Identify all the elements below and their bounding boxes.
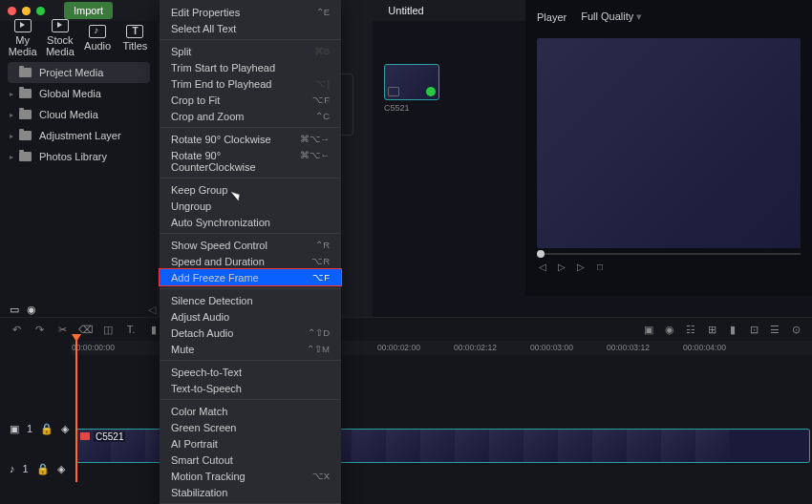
player-progress[interactable] — [537, 253, 801, 255]
sidebar-item-cloud-media[interactable]: Cloud Media — [0, 104, 158, 125]
sidebar-item-global-media[interactable]: Global Media — [0, 83, 158, 104]
clip-label: C5521 — [94, 431, 125, 442]
record-icon[interactable]: ◉ — [27, 304, 36, 316]
record-icon[interactable]: ◉ — [663, 324, 676, 336]
menu-item[interactable]: Edit Properties⌃E — [160, 4, 341, 20]
play-icon[interactable]: ▷ — [556, 261, 567, 272]
audio-track-icon: ♪ — [10, 463, 15, 474]
menu-item[interactable]: Detach Audio⌃⇧D — [160, 325, 341, 341]
window-controls — [0, 7, 45, 15]
menu-item[interactable]: Speech-to-Text — [160, 364, 341, 380]
playhead[interactable] — [75, 339, 77, 482]
timecode: 00:00:02:00 — [377, 343, 420, 352]
menu-item: Select All Text — [160, 20, 341, 36]
menu-item[interactable]: Green Screen — [160, 419, 341, 435]
marker-icon[interactable]: ▮ — [147, 324, 160, 336]
folder-icon — [19, 131, 32, 140]
menu-item[interactable]: Color Match — [160, 403, 341, 419]
player-viewport — [537, 38, 801, 248]
menu-item[interactable]: Silence Detection — [160, 292, 341, 308]
expand-icon[interactable]: ⊙ — [789, 324, 802, 336]
menu-item[interactable]: Show Speed Control⌃R — [160, 237, 341, 253]
import-button[interactable]: Import — [64, 2, 113, 19]
menu-item: Keep Group — [160, 181, 341, 198]
mixer-icon[interactable]: ☷ — [684, 324, 697, 336]
visibility-icon[interactable]: ◈ — [61, 423, 69, 435]
stock-icon — [52, 19, 69, 32]
lock-icon[interactable]: 🔒 — [40, 423, 53, 435]
quality-dropdown[interactable]: Full Quality ▾ — [581, 10, 642, 23]
timecode: 00:00:02:12 — [454, 343, 497, 352]
thumbnail-label: C5521 — [384, 103, 439, 113]
tab-audio[interactable]: Audio — [80, 19, 116, 57]
collapse-icon[interactable]: ◁ — [148, 304, 156, 316]
timecode: 00:00:03:12 — [607, 343, 650, 352]
cursor-icon — [234, 189, 244, 200]
crop-icon[interactable]: ◫ — [101, 324, 115, 336]
thumbnail-image — [384, 64, 439, 100]
track-number: 1 — [27, 423, 32, 434]
project-title: Untitled — [388, 5, 423, 16]
track-number: 1 — [23, 463, 29, 474]
marker2-icon[interactable]: ▮ — [726, 324, 739, 336]
media-tabs: My Media Stock Media Audio Titles — [0, 21, 158, 54]
close-icon[interactable] — [8, 7, 16, 15]
stop-icon[interactable]: □ — [594, 261, 606, 272]
redo-icon[interactable]: ↷ — [32, 324, 46, 336]
media-icon — [14, 19, 32, 32]
render-icon[interactable]: ▣ — [642, 324, 655, 336]
menu-item[interactable]: Motion Tracking⌥X — [160, 468, 341, 484]
video-track-icon: ▣ — [10, 423, 19, 435]
text-icon[interactable]: T. — [124, 324, 138, 335]
menu-item[interactable]: Smart Cutout — [160, 452, 341, 468]
delete-icon[interactable]: ⌫ — [78, 324, 92, 336]
menu-item[interactable]: Adjust Audio — [160, 308, 341, 325]
media-thumbnail[interactable]: C5521 — [384, 64, 439, 113]
audio-icon — [89, 25, 106, 38]
timecode: 00:00:03:00 — [530, 343, 573, 352]
player-tab[interactable]: Player — [537, 11, 566, 23]
cut-icon[interactable]: ✂ — [55, 324, 69, 336]
minimize-icon[interactable] — [22, 7, 31, 15]
menu-item: Trim End to Playhead⌥] — [160, 75, 341, 92]
folder-icon[interactable]: ▭ — [10, 304, 19, 316]
menu-item[interactable]: Rotate 90° CounterClockwise⌘⌥← — [160, 147, 341, 175]
folder-icon — [19, 89, 32, 98]
menu-item[interactable]: Stabilization — [160, 484, 341, 500]
timecode: 00:00:00:00 — [72, 343, 115, 352]
settings-icon[interactable]: ☰ — [768, 324, 781, 336]
video-track: ▣ 1 🔒 ◈ C5521 — [0, 410, 812, 447]
menu-item: Text-to-Speech — [160, 380, 341, 396]
timecode: 00:00:04:00 — [683, 343, 726, 352]
zoom-icon[interactable]: ⊞ — [705, 324, 718, 336]
menu-item[interactable]: AI Portrait — [160, 435, 341, 452]
tab-titles[interactable]: Titles — [118, 19, 153, 57]
menu-item[interactable]: Crop to Fit⌥F — [160, 92, 341, 108]
context-menu: Edit Properties⌃ESelect All TextSplit⌘BT… — [160, 0, 341, 504]
folder-icon — [19, 110, 32, 119]
sidebar: Project Media Global Media Cloud Media A… — [0, 54, 158, 175]
menu-item[interactable]: Add Freeze Frame⌥F — [160, 269, 341, 285]
menu-item[interactable]: Mute⌃⇧M — [160, 341, 341, 357]
timeline-toolbar: ↶ ↷ ✂ ⌫ ◫ T. ▮ ▣ ◉ ☷ ⊞ ▮ ⊡ ☰ ⊙ — [0, 317, 812, 341]
sidebar-item-project-media[interactable]: Project Media — [8, 62, 150, 83]
folder-icon — [19, 152, 32, 161]
titles-icon — [126, 25, 143, 38]
menu-item: Auto Synchronization — [160, 214, 341, 230]
fit-icon[interactable]: ⊡ — [747, 324, 760, 336]
sidebar-item-photos-library[interactable]: Photos Library — [0, 146, 158, 167]
menu-item[interactable]: Rotate 90° Clockwise⌘⌥→ — [160, 131, 341, 147]
menu-item: Trim Start to Playhead — [160, 59, 341, 75]
menu-item[interactable]: Crop and Zoom⌃C — [160, 108, 341, 124]
undo-icon[interactable]: ↶ — [10, 324, 23, 336]
next-frame-icon[interactable]: ▷ — [575, 261, 587, 272]
prev-frame-icon[interactable]: ◁ — [537, 261, 548, 272]
maximize-icon[interactable] — [36, 7, 45, 15]
folder-icon — [19, 68, 32, 77]
panel-footer: ▭ ◉ — [10, 304, 36, 316]
mute-icon[interactable]: ◈ — [57, 463, 65, 475]
sidebar-item-adjustment-layer[interactable]: Adjustment Layer — [0, 125, 158, 146]
menu-item[interactable]: Speed and Duration⌥R — [160, 253, 341, 269]
lock-icon[interactable]: 🔒 — [36, 463, 50, 475]
menu-item: Split⌘B — [160, 43, 341, 59]
